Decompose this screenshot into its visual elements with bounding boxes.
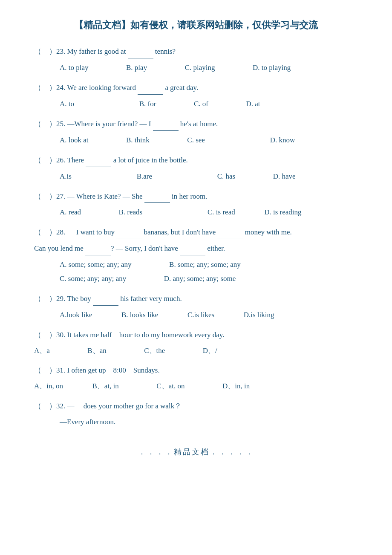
footer: ．．．．精品文档．．．．． <box>34 445 358 459</box>
question-29-text: （ ）29. The boy his father very much. <box>34 293 358 306</box>
question-31-options: A、in, on B、at, in C、at, on D、in, in <box>34 380 358 393</box>
question-30-text: （ ）30. It takes me half hour to do my ho… <box>34 329 358 341</box>
question-27: （ ）27. — Where is Kate? — She in her roo… <box>34 191 358 219</box>
question-23: （ ）23. My father is good at tennis? A. t… <box>34 46 358 74</box>
question-27-text: （ ）27. — Where is Kate? — She in her roo… <box>34 191 358 203</box>
question-28-options-row2: C. some; any; any; any D. any; some; any… <box>34 273 358 285</box>
question-25-text: （ ）25. —Where is your friend? — I he's a… <box>34 118 358 131</box>
question-24: （ ）24. We are looking forward a great da… <box>34 82 358 110</box>
question-32-text2: —Every afternoon. <box>34 416 358 428</box>
question-28-text2: Can you lend me ? — Sorry, I don't have … <box>34 243 358 255</box>
question-24-options: A. to B. for C. of D. at <box>34 98 358 110</box>
question-26: （ ）26. There a lot of juice in the bottl… <box>34 154 358 183</box>
question-28-text1: （ ）28. — I want to buy bananas, but I do… <box>34 226 358 239</box>
question-30-options: A、a B、an C、the D、/ <box>34 345 358 357</box>
question-23-options: A. to play B. play C. playing D. to play… <box>34 62 358 74</box>
question-25-options: A. look at B. think C. see D. know <box>34 134 358 147</box>
question-29-options: A.look like B. looks like C.is likes D.i… <box>34 309 358 321</box>
question-32: （ ）32. — does your mother go for a walk？… <box>34 400 358 428</box>
question-25: （ ）25. —Where is your friend? — I he's a… <box>34 118 358 147</box>
question-30: （ ）30. It takes me half hour to do my ho… <box>34 329 358 357</box>
question-29: （ ）29. The boy his father very much. A.l… <box>34 293 358 321</box>
question-32-text1: （ ）32. — does your mother go for a walk？ <box>34 400 358 413</box>
header: 【精品文档】如有侵权，请联系网站删除，仅供学习与交流 <box>34 17 358 33</box>
question-28: （ ）28. — I want to buy bananas, but I do… <box>34 226 358 285</box>
question-27-options: A. read B. reads C. is read D. is readin… <box>34 206 358 219</box>
question-26-text: （ ）26. There a lot of juice in the bottl… <box>34 154 358 167</box>
question-31-text: （ ）31. I often get up 8:00 Sundays. <box>34 364 358 377</box>
question-26-options: A.is B.are C. has D. have <box>34 171 358 183</box>
question-28-options-row1: A. some; some; any; any B. some; any; so… <box>34 259 358 271</box>
question-31: （ ）31. I often get up 8:00 Sundays. A、in… <box>34 364 358 393</box>
question-24-text: （ ）24. We are looking forward a great da… <box>34 82 358 95</box>
question-23-text: （ ）23. My father is good at tennis? <box>34 46 358 58</box>
